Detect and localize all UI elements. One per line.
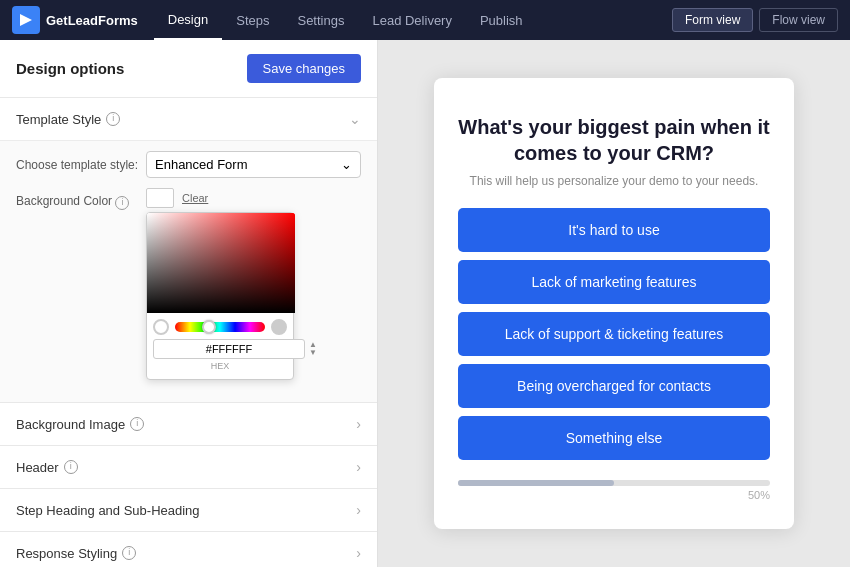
picker-controls [147,313,293,335]
color-gradient-sat [147,213,295,313]
choose-template-row: Choose template style: Enhanced Form ⌄ [16,151,361,178]
picker-circle [153,319,169,335]
response-styling-chevron-icon: › [356,545,361,561]
hex-input-row: ▲ ▼ [147,335,293,359]
hex-arrows: ▲ ▼ [309,341,317,357]
nav-publish[interactable]: Publish [466,0,537,40]
nav-steps[interactable]: Steps [222,0,283,40]
template-style-select[interactable]: Enhanced Form ⌄ [146,151,361,178]
bg-image-chevron-icon: › [356,416,361,432]
nav-right: Form view Flow view [672,8,838,32]
bg-color-right: Clear [146,188,361,380]
header-label: Header [16,460,59,475]
top-nav: GetLeadForms Design Steps Settings Lead … [0,0,850,40]
nav-links: Design Steps Settings Lead Delivery Publ… [154,0,672,40]
template-style-section: Template Style i ⌄ Choose template style… [0,97,377,402]
bg-image-info-icon: i [130,417,144,431]
template-style-chevron-down-icon: ⌄ [349,111,361,127]
response-styling-info-icon: i [122,546,136,560]
template-style-info-icon: i [106,112,120,126]
template-style-dropdown-icon: ⌄ [341,157,352,172]
step-heading-row[interactable]: Step Heading and Sub-Heading › [0,488,377,531]
form-question: What's your biggest pain when it comes t… [458,114,770,166]
option-marketing-features[interactable]: Lack of marketing features [458,260,770,304]
nav-lead-delivery[interactable]: Lead Delivery [358,0,466,40]
alpha-circle [271,319,287,335]
logo-area: GetLeadForms [12,6,138,34]
hex-input[interactable] [153,339,305,359]
color-picker-popup: ▲ ▼ HEX [146,212,294,380]
template-style-label: Template Style [16,112,101,127]
header-row[interactable]: Header i › [0,445,377,488]
option-hard-to-use[interactable]: It's hard to use [458,208,770,252]
color-swatch[interactable] [146,188,174,208]
logo-text: GetLeadForms [46,13,138,28]
nav-design[interactable]: Design [154,0,222,40]
bg-color-label: Background Color i [16,188,146,210]
bg-color-row: Background Color i Clear [16,188,361,380]
form-preview: What's your biggest pain when it comes t… [434,78,794,529]
hex-label: HEX [147,359,293,371]
left-panel: Design options Save changes Template Sty… [0,40,378,567]
clear-link[interactable]: Clear [182,192,208,204]
progress-bar-fill [458,480,614,486]
form-subtitle: This will help us personalize your demo … [458,174,770,188]
form-options: It's hard to use Lack of marketing featu… [458,208,770,460]
right-panel: What's your biggest pain when it comes t… [378,40,850,567]
header-info-icon: i [64,460,78,474]
hue-slider [175,322,265,332]
option-something-else[interactable]: Something else [458,416,770,460]
save-changes-button[interactable]: Save changes [247,54,361,83]
step-heading-label: Step Heading and Sub-Heading [16,503,200,518]
hue-thumb [202,320,216,334]
bg-image-row[interactable]: Background Image i › [0,402,377,445]
response-styling-label: Response Styling [16,546,117,561]
template-style-header[interactable]: Template Style i ⌄ [0,98,377,140]
option-support-ticketing[interactable]: Lack of support & ticketing features [458,312,770,356]
step-heading-chevron-icon: › [356,502,361,518]
choose-template-label: Choose template style: [16,158,146,172]
nav-settings[interactable]: Settings [283,0,358,40]
bg-color-info-icon: i [115,196,129,210]
logo-icon [12,6,40,34]
hue-slider-container[interactable] [175,322,265,332]
progress-bar-track [458,480,770,486]
template-style-value: Enhanced Form [155,157,248,172]
response-styling-row[interactable]: Response Styling i › [0,531,377,567]
progress-label: 50% [458,489,770,501]
bg-image-label: Background Image [16,417,125,432]
panel-header: Design options Save changes [0,40,377,97]
main-layout: Design options Save changes Template Sty… [0,40,850,567]
header-chevron-icon: › [356,459,361,475]
option-overcharged[interactable]: Being overcharged for contacts [458,364,770,408]
hex-down-arrow-icon[interactable]: ▼ [309,349,317,357]
panel-title: Design options [16,60,124,77]
template-style-content: Choose template style: Enhanced Form ⌄ B… [0,140,377,402]
flow-view-button[interactable]: Flow view [759,8,838,32]
color-preview-row: Clear [146,188,361,208]
color-gradient[interactable] [147,213,295,313]
progress-bar-container: 50% [458,480,770,501]
form-view-button[interactable]: Form view [672,8,753,32]
